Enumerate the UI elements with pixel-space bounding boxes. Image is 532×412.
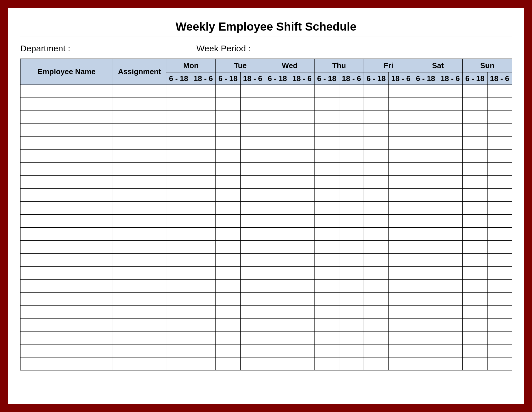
shift-cell[interactable]	[339, 98, 364, 111]
shift-cell[interactable]	[388, 332, 413, 344]
shift-cell[interactable]	[265, 137, 290, 150]
shift-cell[interactable]	[166, 241, 191, 254]
shift-cell[interactable]	[438, 241, 463, 254]
shift-cell[interactable]	[388, 228, 413, 241]
shift-cell[interactable]	[216, 228, 241, 241]
shift-cell[interactable]	[438, 215, 463, 228]
shift-cell[interactable]	[463, 319, 488, 332]
shift-cell[interactable]	[216, 98, 241, 111]
shift-cell[interactable]	[463, 124, 488, 137]
shift-cell[interactable]	[191, 176, 216, 189]
shift-cell[interactable]	[364, 124, 389, 137]
shift-cell[interactable]	[339, 176, 364, 189]
shift-cell[interactable]	[290, 189, 315, 202]
shift-cell[interactable]	[388, 124, 413, 137]
employee-name-cell[interactable]	[21, 344, 113, 357]
shift-cell[interactable]	[438, 176, 463, 189]
shift-cell[interactable]	[166, 215, 191, 228]
assignment-cell[interactable]	[113, 85, 166, 98]
shift-cell[interactable]	[438, 111, 463, 124]
shift-cell[interactable]	[290, 124, 315, 137]
shift-cell[interactable]	[315, 332, 339, 344]
shift-cell[interactable]	[463, 280, 488, 293]
shift-cell[interactable]	[413, 306, 438, 319]
assignment-cell[interactable]	[113, 150, 166, 163]
shift-cell[interactable]	[388, 137, 413, 150]
shift-cell[interactable]	[487, 293, 512, 306]
shift-cell[interactable]	[413, 280, 438, 293]
assignment-cell[interactable]	[113, 98, 166, 111]
shift-cell[interactable]	[388, 98, 413, 111]
shift-cell[interactable]	[463, 332, 488, 344]
shift-cell[interactable]	[388, 176, 413, 189]
employee-name-cell[interactable]	[21, 124, 113, 137]
shift-cell[interactable]	[240, 241, 265, 254]
shift-cell[interactable]	[339, 344, 364, 357]
shift-cell[interactable]	[315, 228, 339, 241]
shift-cell[interactable]	[339, 85, 364, 98]
shift-cell[interactable]	[240, 267, 265, 280]
shift-cell[interactable]	[240, 280, 265, 293]
shift-cell[interactable]	[166, 306, 191, 319]
shift-cell[interactable]	[388, 306, 413, 319]
shift-cell[interactable]	[487, 241, 512, 254]
shift-cell[interactable]	[290, 280, 315, 293]
shift-cell[interactable]	[438, 254, 463, 267]
shift-cell[interactable]	[487, 344, 512, 357]
shift-cell[interactable]	[487, 111, 512, 124]
shift-cell[interactable]	[240, 150, 265, 163]
shift-cell[interactable]	[265, 202, 290, 215]
shift-cell[interactable]	[364, 332, 389, 344]
shift-cell[interactable]	[290, 267, 315, 280]
shift-cell[interactable]	[315, 306, 339, 319]
shift-cell[interactable]	[240, 357, 265, 370]
shift-cell[interactable]	[438, 137, 463, 150]
shift-cell[interactable]	[315, 124, 339, 137]
shift-cell[interactable]	[463, 98, 488, 111]
assignment-cell[interactable]	[113, 357, 166, 370]
shift-cell[interactable]	[364, 241, 389, 254]
shift-cell[interactable]	[339, 150, 364, 163]
shift-cell[interactable]	[364, 228, 389, 241]
shift-cell[interactable]	[413, 215, 438, 228]
shift-cell[interactable]	[487, 163, 512, 176]
shift-cell[interactable]	[265, 280, 290, 293]
shift-cell[interactable]	[191, 202, 216, 215]
shift-cell[interactable]	[265, 357, 290, 370]
shift-cell[interactable]	[265, 267, 290, 280]
shift-cell[interactable]	[413, 228, 438, 241]
shift-cell[interactable]	[463, 228, 488, 241]
shift-cell[interactable]	[438, 163, 463, 176]
shift-cell[interactable]	[315, 215, 339, 228]
shift-cell[interactable]	[240, 85, 265, 98]
shift-cell[interactable]	[315, 241, 339, 254]
shift-cell[interactable]	[388, 267, 413, 280]
shift-cell[interactable]	[413, 357, 438, 370]
shift-cell[interactable]	[265, 254, 290, 267]
shift-cell[interactable]	[388, 357, 413, 370]
shift-cell[interactable]	[191, 85, 216, 98]
shift-cell[interactable]	[265, 111, 290, 124]
shift-cell[interactable]	[240, 98, 265, 111]
shift-cell[interactable]	[265, 293, 290, 306]
shift-cell[interactable]	[216, 254, 241, 267]
assignment-cell[interactable]	[113, 267, 166, 280]
employee-name-cell[interactable]	[21, 202, 113, 215]
shift-cell[interactable]	[290, 85, 315, 98]
assignment-cell[interactable]	[113, 344, 166, 357]
shift-cell[interactable]	[339, 202, 364, 215]
shift-cell[interactable]	[166, 293, 191, 306]
employee-name-cell[interactable]	[21, 111, 113, 124]
employee-name-cell[interactable]	[21, 357, 113, 370]
shift-cell[interactable]	[216, 332, 241, 344]
shift-cell[interactable]	[315, 293, 339, 306]
employee-name-cell[interactable]	[21, 332, 113, 344]
shift-cell[interactable]	[315, 176, 339, 189]
employee-name-cell[interactable]	[21, 215, 113, 228]
shift-cell[interactable]	[166, 189, 191, 202]
shift-cell[interactable]	[290, 306, 315, 319]
assignment-cell[interactable]	[113, 202, 166, 215]
shift-cell[interactable]	[216, 150, 241, 163]
shift-cell[interactable]	[364, 163, 389, 176]
shift-cell[interactable]	[290, 202, 315, 215]
